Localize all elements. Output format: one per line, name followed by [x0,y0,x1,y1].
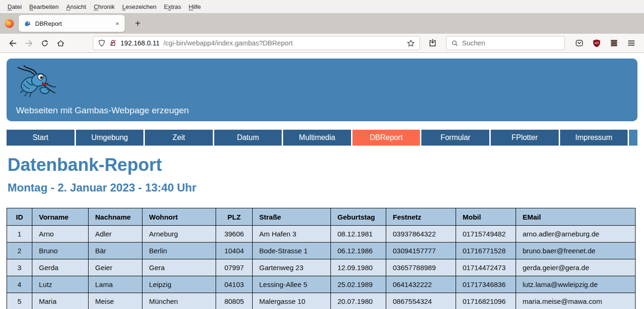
column-header-geburtstag: Geburtstag [331,208,386,226]
column-header-plz: PLZ [216,208,253,226]
gambas-logo [16,64,56,102]
search-bar[interactable]: Suchen [446,36,565,50]
report-table-body: 1ArnoAdlerArneburg39606Am Hafen 308.12.1… [7,226,636,309]
nav-item-start[interactable]: Start [7,130,75,146]
back-button[interactable] [5,36,21,50]
table-cell: 01716771528 [456,243,516,259]
column-header-nachname: Nachname [89,208,142,226]
table-cell: 4 [7,276,32,293]
pocket-icon [575,39,584,47]
report-table: IDVornameNachnameWohnortPLZStraßeGeburts… [7,208,636,309]
bookmark-star-icon[interactable] [407,39,415,47]
page-content: Webseiten mit Gambas-Webpage erzeugen St… [0,53,644,309]
reload-button[interactable] [37,36,52,50]
menu-datei[interactable]: Datei [4,3,25,10]
server-stack-icon [610,39,618,47]
table-cell: Gerda [32,259,89,276]
table-cell: 01714472473 [456,259,516,276]
url-bar[interactable]: 192.168.0.11/cgi-bin/webapp4/index.gamba… [93,36,420,50]
pocket-button[interactable] [571,36,587,50]
firefox-logo-icon[interactable] [0,18,19,29]
report-table-head: IDVornameNachnameWohnortPLZStraßeGeburts… [7,208,636,226]
table-cell: Bode-Strasse 1 [253,243,331,259]
nav-item-zeit[interactable]: Zeit [145,130,213,146]
toolbar-right-icons: uO [571,36,639,50]
table-cell: 39606 [216,226,253,243]
banner-title: Webseiten mit Gambas-Webpage erzeugen [16,105,628,116]
forward-button[interactable] [21,36,37,50]
table-cell: 10404 [216,243,253,259]
column-header-vorname: Vorname [32,208,89,226]
nav-item-formular[interactable]: Formular [421,130,489,146]
nav-item-datum[interactable]: Datum [214,130,282,146]
menu-bearbeiten[interactable]: Bearbeiten [25,3,62,10]
table-cell: 01717346836 [456,276,516,293]
nav-filler [629,130,637,146]
tab-dbreport[interactable]: DBReport × [19,15,125,32]
table-cell: Lessing-Allee 5 [253,276,331,293]
table-cell: München [142,293,216,309]
nav-item-impressum[interactable]: Impressum [560,130,628,146]
save-page-button[interactable] [425,36,441,50]
menu-extras[interactable]: Extras [160,3,185,10]
table-cell: 06.12.1986 [331,243,386,259]
table-cell: 20.07.1980 [331,293,386,309]
table-cell: 07997 [216,259,253,276]
new-tab-button[interactable]: + [131,18,144,29]
table-cell: Berlin [142,243,216,259]
column-header-wohnort: Wohnort [142,208,216,226]
column-header-mobil: Mobil [456,208,516,226]
table-cell: 03657788989 [386,259,456,276]
menu-lesezeichen[interactable]: Lesezeichen [119,3,160,10]
url-path: /cgi-bin/webapp4/index.gambas?DBReport [164,39,403,47]
table-cell: maria.meise@mawa.com [516,293,636,309]
nav-item-dbreport[interactable]: DBReport [352,130,420,146]
home-button[interactable] [52,36,68,50]
table-cell: 3 [7,259,32,276]
column-header-festnetz: Festnetz [386,208,456,226]
table-cell: bruno.baer@freenet.de [516,243,636,259]
table-cell: 01716821096 [456,293,516,309]
save-page-icon [428,39,437,47]
hamburger-menu-icon [627,39,636,47]
svg-text:uO: uO [595,41,599,44]
table-cell: Adler [89,226,142,243]
server-extension-button[interactable] [606,36,622,50]
table-row: 5MariaMeiseMünchen80805Malergasse 1020.0… [7,293,636,309]
menu-chronik[interactable]: Chronik [90,3,119,10]
tab-close-icon[interactable]: × [112,19,122,29]
column-header-straße: Straße [253,208,331,226]
table-cell: lutz.lama@wwleipzig.de [516,276,636,293]
menu-hilfe[interactable]: Hilfe [185,3,205,10]
table-cell: 25.02.1989 [331,276,386,293]
table-cell: 04103 [216,276,253,293]
search-icon [451,40,458,47]
nav-item-multimedia[interactable]: Multimedia [283,130,351,146]
table-row: 4LutzLamaLeipzig04103Lessing-Allee 525.0… [7,276,636,293]
table-cell: Meise [89,293,142,309]
nav-item-umgebung[interactable]: Umgebung [76,130,144,146]
url-host: 192.168.0.11 [120,39,160,47]
table-cell: Maria [32,293,89,309]
shield-permissions-icon[interactable] [98,39,105,47]
table-cell: 80805 [216,293,253,309]
table-cell: 03937864322 [386,226,456,243]
table-cell: Arneburg [142,226,216,243]
insecure-lock-icon[interactable] [109,39,117,47]
nav-item-fplotter[interactable]: FPlotter [491,130,559,146]
table-cell: 2 [7,243,32,259]
table-cell: 03094157777 [386,243,456,259]
table-cell: Geier [89,259,142,276]
ublock-extension-button[interactable]: uO [589,36,605,50]
table-cell: Lama [89,276,142,293]
gambas-favicon-icon [23,20,31,28]
reload-icon [41,39,49,47]
ublock-shield-icon: uO [592,39,601,47]
table-row: 1ArnoAdlerArneburg39606Am Hafen 308.12.1… [7,226,636,243]
app-menu-button[interactable] [623,36,639,50]
column-header-id: ID [7,208,32,226]
tab-bar: DBReport × + [0,13,644,34]
menu-ansicht[interactable]: Ansicht [62,3,90,10]
table-cell: Gera [142,259,216,276]
table-cell: gerda.geier@gera.de [516,259,636,276]
